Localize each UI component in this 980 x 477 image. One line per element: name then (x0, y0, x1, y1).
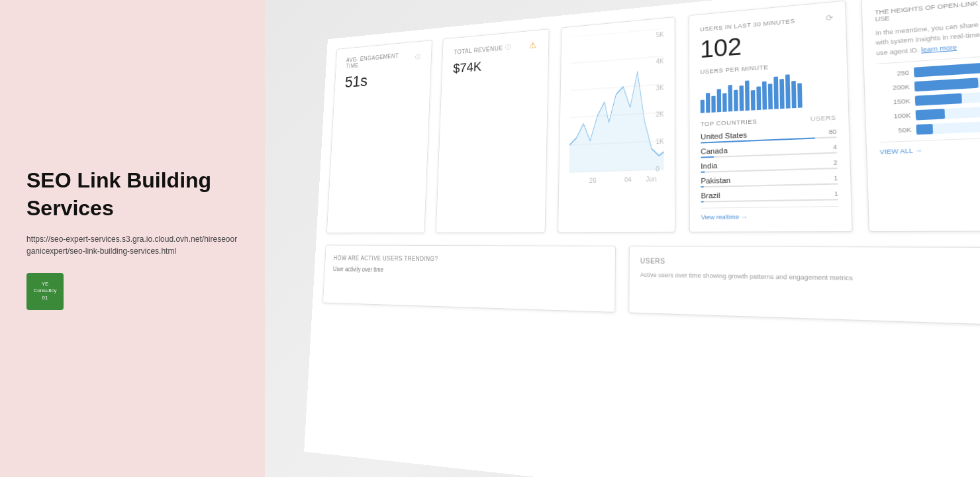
country-name-br: Brazil (701, 191, 720, 200)
hbar-track-5 (916, 121, 980, 134)
bottom-info-card: USERS Active users over time showing gro… (628, 246, 980, 326)
country-count-us: 80 (828, 128, 836, 135)
country-bar-fill-ca (701, 156, 714, 158)
dashboard-container: Avg. engagement time ⓘ 51s Total revenue… (304, 0, 980, 477)
bar-8 (739, 85, 744, 111)
horizontal-bars: 250 200K 150K (877, 62, 980, 136)
hbar-track-1 (914, 62, 980, 78)
country-bar-fill-pk (701, 186, 703, 187)
users-per-min-chart (701, 72, 836, 113)
info-icon: ⓘ (415, 53, 421, 62)
right-card-title: The heights of open-link use (875, 0, 980, 23)
hbar-fill-2 (914, 78, 979, 91)
bar-17 (791, 81, 797, 108)
country-bar-fill-in (701, 172, 705, 173)
engagement-label: Avg. engagement time ⓘ (346, 50, 420, 69)
hbar-fill-5 (916, 124, 933, 134)
hbar-track-3 (915, 91, 980, 106)
country-item-ca: Canada 4 (701, 142, 837, 158)
user-activity-label: User activity over time (333, 266, 605, 277)
warning-icon: ⚠ (528, 40, 536, 50)
country-item-br: Brazil 1 (701, 189, 838, 202)
users-30min-card: USERS IN LAST 30 MINUTES ⟳ 102 USERS PER… (689, 0, 853, 232)
right-card-desc: In the meantime, you can share this with… (875, 19, 980, 58)
country-count-ca: 4 (833, 144, 837, 151)
view-realtime-link[interactable]: View realtime → (701, 213, 839, 221)
country-name-us: United States (701, 131, 747, 140)
logo-line2: 01 (42, 295, 48, 301)
revenue-card: Total revenue ⓘ ⚠ $74K (436, 28, 550, 233)
countries-list: United States 80 Canada 4 (701, 127, 838, 202)
hbar-3: 150K (878, 91, 980, 108)
engagement-value: 51s (344, 68, 420, 91)
metrics-row: Avg. engagement time ⓘ 51s Total revenue… (326, 0, 980, 233)
country-name-pk: Pakistan (701, 176, 730, 185)
line-chart-svg (569, 28, 663, 173)
bar-3 (711, 96, 715, 113)
hbar-track-4 (916, 106, 980, 121)
svg-line-0 (571, 28, 664, 37)
bar-13 (768, 83, 773, 109)
bottom-info-title: USERS (640, 257, 980, 269)
right-panel: Avg. engagement time ⓘ 51s Total revenue… (265, 0, 980, 477)
info-icon2: ⓘ (505, 43, 511, 52)
bar-16 (785, 74, 791, 109)
bar-7 (734, 90, 738, 111)
country-count-pk: 1 (834, 175, 838, 182)
logo-line1: YE Consultcy (29, 281, 61, 295)
hbar-track-2 (914, 76, 980, 91)
bar-6 (728, 85, 732, 111)
bar-12 (762, 81, 767, 110)
country-count-in: 2 (834, 159, 838, 166)
page-url[interactable]: https://seo-expert-services.s3.gra.io.cl… (26, 233, 238, 257)
bar-18 (797, 83, 803, 107)
bar-5 (722, 93, 727, 112)
top-countries-label: TOP COUNTRIES USERS (701, 114, 836, 127)
country-name-in: India (701, 162, 717, 170)
right-analytics-card: The heights of open-link use In the mean… (861, 0, 980, 232)
country-item-in: India 2 (701, 158, 838, 173)
country-item-pk: Pakistan 1 (701, 173, 838, 187)
trending-title: HOW ARE ACTIVE USERS TRENDING? (333, 254, 605, 264)
hbar-4: 100K (878, 106, 980, 122)
hbar-2: 200K (877, 76, 980, 93)
trending-card: HOW ARE ACTIVE USERS TRENDING? User acti… (322, 245, 616, 313)
hbar-fill-4 (916, 109, 946, 120)
hbar-1: 250 (877, 62, 980, 80)
hbar-fill-1 (914, 62, 980, 78)
bar-14 (773, 77, 779, 109)
revenue-label: Total revenue ⓘ ⚠ (454, 40, 537, 56)
svg-line-1 (571, 56, 664, 64)
country-count-br: 1 (834, 190, 838, 197)
country-bar-fill-br (701, 201, 704, 202)
bottom-info-desc: Active users over time showing growth pa… (640, 270, 980, 287)
x-axis-labels: 26 04 Jun (569, 175, 663, 184)
view-all-link[interactable]: VIEW ALL → (879, 144, 980, 155)
divider3 (879, 137, 980, 142)
bar-9 (745, 80, 750, 111)
bar-10 (751, 90, 756, 111)
svg-line-2 (570, 84, 663, 90)
bar-2 (706, 93, 710, 113)
y-axis-labels: 5K 4K 3K 2K 1K 0 (656, 31, 663, 173)
dashboard-inner: Avg. engagement time ⓘ 51s Total revenue… (304, 0, 980, 477)
learn-more-link[interactable]: learn more (921, 44, 957, 54)
left-panel: SEO Link Building Services https://seo-e… (0, 0, 265, 477)
engagement-card: Avg. engagement time ⓘ 51s (326, 40, 432, 233)
revenue-value: $74K (453, 54, 536, 76)
country-name-ca: Canada (701, 146, 728, 156)
divider (701, 206, 839, 209)
bottom-section: HOW ARE ACTIVE USERS TRENDING? User acti… (322, 245, 980, 327)
bar-11 (756, 86, 761, 110)
page-title: SEO Link Building Services (26, 167, 238, 222)
chart-area: 5K 4K 3K 2K 1K 0 26 04 Jun (558, 17, 675, 233)
hbar-fill-3 (915, 93, 962, 106)
refresh-icon[interactable]: ⟳ (826, 13, 834, 23)
country-item-us: United States 80 (701, 127, 837, 143)
bar-15 (779, 79, 785, 109)
bar-4 (717, 89, 722, 112)
bar-1 (701, 100, 705, 113)
hbar-5: 50K (879, 121, 980, 136)
svg-marker-6 (569, 70, 663, 173)
logo-badge: YE Consultcy 01 (26, 273, 64, 310)
